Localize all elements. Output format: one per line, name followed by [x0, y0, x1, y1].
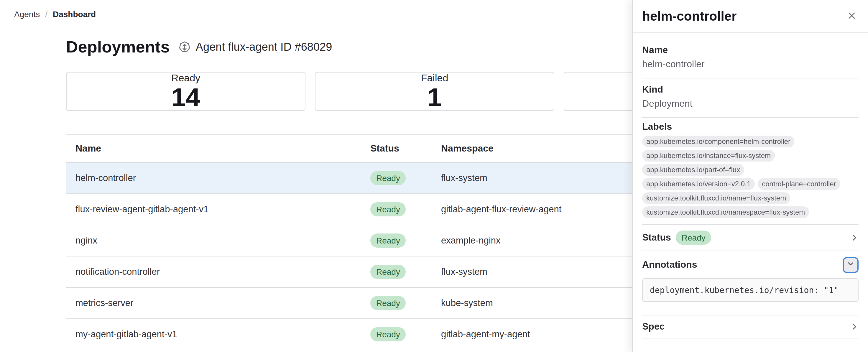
cell-name: my-agent-gitlab-agent-v1 — [66, 329, 361, 340]
chevron-right-icon — [850, 233, 859, 242]
drawer-title: helm-controller — [642, 8, 737, 24]
stat-card-value: 1 — [428, 84, 442, 110]
stat-card-failed: Failed 1 — [315, 72, 554, 111]
section-label: Spec — [642, 321, 665, 332]
column-header-status: Status — [361, 143, 432, 154]
status-badge: Ready — [370, 265, 406, 279]
breadcrumb-separator: / — [45, 9, 48, 19]
status-badge: Ready — [370, 233, 406, 248]
breadcrumb-agents-link[interactable]: Agents — [14, 9, 40, 19]
section-label: Status — [642, 232, 671, 243]
agent-reference: Agent flux-agent ID #68029 — [178, 41, 332, 54]
annotations-collapse-button[interactable] — [843, 257, 859, 273]
section-label: Name — [642, 45, 859, 56]
app-window: Agents / Dashboard Deployments Agent flu… — [0, 0, 868, 352]
label-badge: control-plane=controller — [758, 178, 840, 190]
section-label: Annotations — [642, 259, 697, 270]
label-badge: app.kubernetes.io/instance=flux-system — [642, 150, 775, 162]
drawer-header: helm-controller — [633, 0, 868, 33]
column-header-name: Name — [66, 143, 361, 154]
cell-name: notification-controller — [66, 266, 361, 277]
drawer-section-spec[interactable]: Spec — [642, 315, 859, 339]
close-drawer-button[interactable] — [845, 8, 859, 24]
annotation-text: deployment.kubernetes.io/revision: "1" — [650, 285, 839, 295]
cell-name: flux-review-agent-gitlab-agent-v1 — [66, 204, 361, 215]
chevron-right-icon — [850, 322, 859, 331]
label-badge: app.kubernetes.io/version=v2.0.1 — [642, 178, 755, 190]
label-badge: app.kubernetes.io/part-of=flux — [642, 164, 744, 176]
close-icon — [847, 11, 856, 22]
label-badge-list: app.kubernetes.io/component=helm-control… — [642, 136, 859, 218]
resource-details-drawer: helm-controller Name helm-controller Kin… — [632, 0, 868, 352]
label-badge: kustomize.toolkit.fluxcd.io/namespace=fl… — [642, 206, 809, 218]
annotations-code-block: deployment.kubernetes.io/revision: "1" — [642, 278, 859, 302]
section-label: Labels — [642, 122, 859, 132]
cell-name: metrics-server — [66, 298, 361, 308]
drawer-section-annotations: Annotations deployment.kubernetes.io/rev… — [642, 251, 859, 315]
agent-label: Agent flux-agent ID #68029 — [196, 41, 332, 54]
label-badge: app.kubernetes.io/component=helm-control… — [642, 136, 795, 148]
section-value: helm-controller — [642, 59, 859, 70]
status-badge: Ready — [370, 202, 406, 216]
drawer-section-kind: Kind Deployment — [642, 78, 859, 118]
cell-name: helm-controller — [66, 173, 361, 183]
page-title: Deployments — [66, 37, 170, 58]
drawer-section-status[interactable]: Status Ready — [642, 225, 859, 251]
label-badge: kustomize.toolkit.fluxcd.io/name=flux-sy… — [642, 192, 790, 204]
status-badge: Ready — [370, 296, 406, 310]
drawer-section-labels: Labels app.kubernetes.io/component=helm-… — [642, 118, 859, 225]
status-badge: Ready — [676, 230, 711, 245]
status-badge: Ready — [370, 171, 406, 185]
kubernetes-agent-icon — [178, 41, 191, 54]
status-badge: Ready — [370, 327, 406, 341]
chevron-down-icon — [847, 260, 855, 269]
section-label: Kind — [642, 84, 859, 95]
cell-name: nginx — [66, 235, 361, 246]
stat-card-value: 14 — [171, 84, 200, 110]
stat-card-ready: Ready 14 — [66, 72, 305, 111]
breadcrumb-current-dashboard: Dashboard — [53, 9, 96, 19]
breadcrumb: Agents / Dashboard — [14, 9, 96, 19]
section-value: Deployment — [642, 98, 859, 109]
drawer-section-name: Name helm-controller — [642, 33, 859, 78]
